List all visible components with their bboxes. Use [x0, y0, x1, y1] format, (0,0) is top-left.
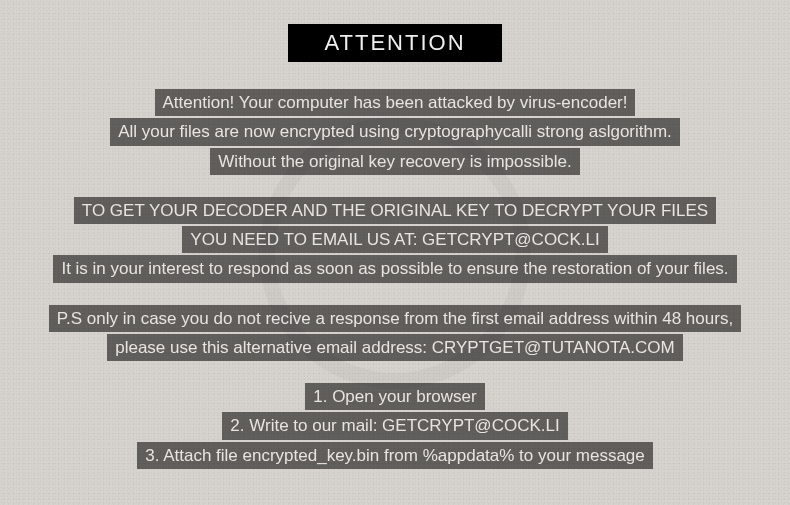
ransom-note: ATTENTION Attention! Your computer has b…: [0, 0, 790, 505]
step-line: 3. Attach file encrypted_key.bin from %a…: [137, 442, 653, 469]
text-line: Without the original key recovery is imp…: [210, 148, 579, 175]
text-line: please use this alternative email addres…: [107, 334, 683, 361]
text-line: It is in your interest to respond as soo…: [53, 255, 736, 282]
steps-list: 1. Open your browser 2. Write to our mai…: [137, 382, 653, 470]
instructions-paragraph: TO GET YOUR DECODER AND THE ORIGINAL KEY…: [53, 196, 736, 284]
postscript-paragraph: P.S only in case you do not recive a res…: [49, 304, 741, 363]
step-line: 2. Write to our mail: GETCRYPT@COCK.LI: [222, 412, 567, 439]
text-line: P.S only in case you do not recive a res…: [49, 305, 741, 332]
text-line: TO GET YOUR DECODER AND THE ORIGINAL KEY…: [74, 197, 716, 224]
intro-paragraph: Attention! Your computer has been attack…: [110, 88, 680, 176]
note-title: ATTENTION: [288, 24, 501, 62]
text-line: YOU NEED TO EMAIL US AT: GETCRYPT@COCK.L…: [182, 226, 607, 253]
text-line: Attention! Your computer has been attack…: [155, 89, 636, 116]
text-line: All your files are now encrypted using c…: [110, 118, 680, 145]
step-line: 1. Open your browser: [305, 383, 484, 410]
